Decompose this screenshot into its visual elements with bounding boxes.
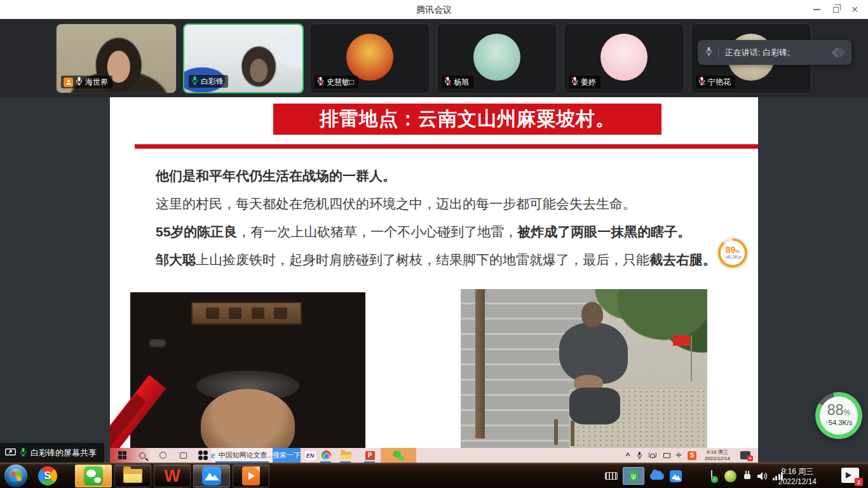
- slide-text-segment: 55岁的陈正良: [156, 224, 237, 239]
- slide-text-block: 他们是和平年代仍生活在战场的一群人。这里的村民，每天都处在危机四伏的环境之中，迈…: [156, 162, 747, 274]
- participant-name-pill: 杨旭: [442, 76, 473, 88]
- participant-tile[interactable]: 杨旭: [437, 24, 557, 93]
- divider: [718, 47, 719, 58]
- notification-badge: 2: [855, 478, 863, 486]
- close-button[interactable]: ✕: [845, 0, 864, 19]
- participant-tile[interactable]: 姜婷: [564, 24, 684, 93]
- wechat-taskbar-active[interactable]: [381, 448, 416, 463]
- red-flag: [673, 336, 690, 346]
- usb-device-icon-selected[interactable]: ψ: [623, 467, 644, 485]
- clock-date: 2022/12/14: [769, 477, 826, 487]
- media-app-tray-icon[interactable]: 2: [841, 468, 859, 483]
- screen-share-icon: [5, 447, 16, 458]
- cortana-icon[interactable]: [154, 448, 171, 463]
- input-keyboard-icon[interactable]: [602, 468, 620, 484]
- power-plug-icon[interactable]: [740, 468, 755, 484]
- avatar: [346, 34, 393, 81]
- participant-name: 史慧敏□: [327, 77, 354, 88]
- participant-name: 白彩锋: [201, 76, 224, 87]
- slide-text-segment: ，有一次上山砍猪草，一个不小心碰到了地雷，: [237, 224, 517, 239]
- presentation-slide: 排雷地点：云南文山州麻粟坡村。 他们是和平年代仍生活在战场的一群人。这里的村民，…: [110, 97, 758, 448]
- safely-remove-usb-icon[interactable]: ✓: [704, 468, 719, 484]
- slide-text-segment: 截去右腿。: [649, 252, 716, 267]
- screen-share-banner: 白彩锋的屏幕共享: [0, 443, 104, 463]
- ie-icon: e: [211, 451, 215, 461]
- ie-browser-tab[interactable]: e 中国知网论文查...: [212, 448, 273, 463]
- participant-tile[interactable]: 史慧敏□: [309, 24, 430, 93]
- shared-clock-time: 9:16 周三: [707, 449, 728, 456]
- action-center-icon[interactable]: [756, 448, 758, 463]
- language-indicator[interactable]: EN: [303, 448, 317, 463]
- participant-name-pill: 宁艳花: [696, 76, 735, 88]
- mic-icon: [191, 76, 198, 87]
- man-head: [581, 302, 603, 327]
- tray-chevron-icon[interactable]: ^: [622, 448, 634, 463]
- mic-active-icon: [20, 447, 27, 459]
- slide-text-segment: 邹大聪: [156, 252, 196, 267]
- wooden-post: [475, 289, 485, 438]
- mic-icon: [705, 46, 712, 58]
- chrome-icon[interactable]: [318, 448, 334, 463]
- participant-name-pill: 白彩锋: [189, 75, 228, 88]
- window-controls: ✕: [807, 0, 864, 19]
- task-view-icon[interactable]: [175, 448, 191, 463]
- slide-text-segment: 上山捡废铁时，起身时肩膀碰到了树枝，结果脚下的地雷就爆了，最后，只能: [196, 252, 649, 267]
- tray-network-icon[interactable]: [646, 448, 659, 463]
- window-title: 腾讯会议: [0, 0, 868, 19]
- file-explorer-icon[interactable]: [337, 448, 354, 463]
- tray-plus-icon[interactable]: ✛: [673, 448, 684, 463]
- mic-muted-icon: [317, 76, 324, 88]
- avatar: [600, 34, 648, 81]
- shared-screen-area: 排雷地点：云南文山州麻粟坡村。 他们是和平年代仍生活在战场的一群人。这里的村民，…: [0, 97, 868, 463]
- shared-clock[interactable]: 9:16 周三 2022/12/14: [700, 448, 735, 463]
- cloud-sync-icon[interactable]: [648, 468, 666, 484]
- ie-tab-title: 中国知网论文查...: [219, 451, 273, 460]
- search-once-button[interactable]: 搜索一下: [273, 448, 301, 463]
- speaking-toast-text: 正在讲话: 白彩锋;: [725, 47, 790, 58]
- host-badge-icon: [64, 78, 73, 87]
- participant-name: 宁艳花: [708, 77, 731, 88]
- sogou-tray-icon[interactable]: S: [686, 448, 698, 463]
- minimize-button[interactable]: [807, 0, 826, 19]
- play-icon: [846, 472, 851, 478]
- taskbar-clock[interactable]: 9:16 周三 2022/12/14: [769, 467, 826, 487]
- tray-notification-app-icon[interactable]: +: [738, 448, 753, 463]
- restore-button[interactable]: [826, 0, 845, 19]
- photo-blind-man: [130, 292, 365, 448]
- search-icon[interactable]: [134, 448, 151, 463]
- slide-text-line: 他们是和平年代仍生活在战场的一群人。: [156, 162, 747, 190]
- avatar: [473, 34, 520, 81]
- tencent-meeting-logo-icon: [833, 49, 844, 57]
- mic-muted-icon: [698, 76, 705, 88]
- tencent-meeting-tray-icon[interactable]: [667, 468, 684, 484]
- slide-text-segment: 这里的村民，每天都处在危机四伏的环境之中，迈出的每一步都可能会失去生命。: [156, 196, 636, 211]
- shared-monitor-percent: 89%: [726, 245, 740, 254]
- shared-clock-date: 2022/12/14: [705, 456, 730, 462]
- powerpoint-icon[interactable]: P: [362, 448, 378, 463]
- mic-icon: [76, 76, 83, 88]
- pinwheel-app-icon[interactable]: [194, 448, 212, 463]
- screen-share-label: 白彩锋的屏幕共享: [31, 447, 97, 459]
- tencent-meeting-window: 腾讯会议 ✕ 海世界 白彩锋 史慧敏□ 杨旭: [0, 0, 868, 488]
- tray-mic-icon[interactable]: [634, 448, 645, 463]
- volume-icon[interactable]: [755, 468, 770, 484]
- start-button[interactable]: [114, 448, 130, 463]
- tray-display-icon[interactable]: [660, 448, 673, 463]
- slide-title-banner: 排雷地点：云南文山州麻粟坡村。: [273, 104, 661, 135]
- participant-name: 杨旭: [454, 77, 469, 88]
- slide-text-segment: 被炸成了两眼一抹黑的瞎子。: [517, 224, 691, 239]
- participant-tile[interactable]: 白彩锋: [183, 24, 304, 93]
- slide-text-line: 55岁的陈正良，有一次上山砍猪草，一个不小心碰到了地雷，被炸成了两眼一抹黑的瞎子…: [156, 218, 747, 246]
- windows-taskbar: S W ψ ✓ + 9:16 周三 2022/12/14 2: [0, 463, 868, 488]
- network-monitor-local[interactable]: 88% ↑54.3K/s: [815, 392, 862, 439]
- participant-name-pill: 史慧敏□: [315, 76, 358, 88]
- participant-name: 姜婷: [581, 77, 596, 88]
- security-tray-icon[interactable]: +: [722, 468, 738, 484]
- mic-muted-icon: [571, 76, 578, 88]
- participant-tile[interactable]: 海世界: [56, 24, 177, 93]
- man-legs: [569, 388, 620, 424]
- speaking-toast: 正在讲话: 白彩锋;: [698, 40, 851, 65]
- network-monitor-shared[interactable]: 89% ↑40.2K/s: [718, 238, 747, 268]
- watermark: [149, 339, 166, 347]
- mic-muted-icon: [444, 76, 451, 88]
